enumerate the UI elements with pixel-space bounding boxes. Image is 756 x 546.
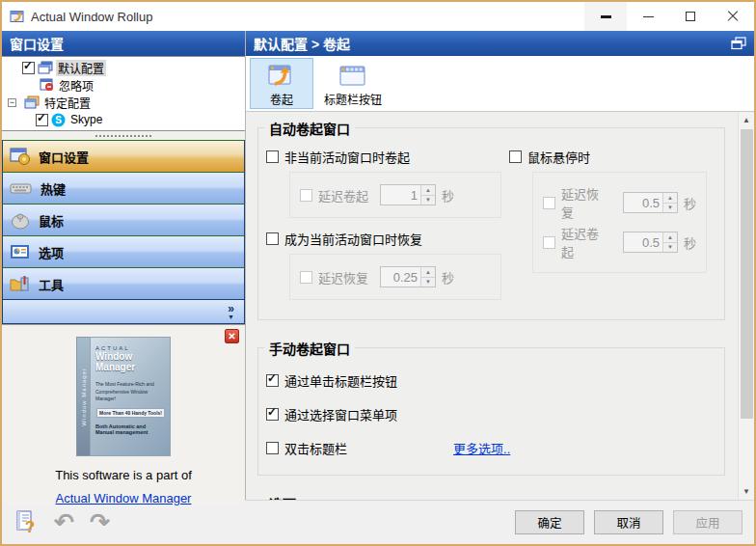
ignore-window-icon bbox=[39, 78, 54, 92]
tab-rollup[interactable]: 卷起 bbox=[250, 58, 313, 109]
spinner-down-button[interactable]: ▼ bbox=[421, 278, 435, 287]
checkbox-by-doubleclick[interactable] bbox=[266, 442, 279, 454]
delay-restore-spinner[interactable]: 0.25 ▲ ▼ bbox=[380, 266, 436, 287]
checkbox-default-config[interactable]: ✓ bbox=[22, 62, 35, 74]
sidebar-item-tools[interactable]: 工具 bbox=[2, 267, 245, 300]
spinner-down-button[interactable]: ▼ bbox=[421, 196, 435, 205]
group-manual-rollup: 手动卷起窗口 ✓ 通过单击标题栏按钮 ✓ 通过选择窗口菜单项 双击标题栏 更多选… bbox=[257, 347, 725, 476]
tree-label[interactable]: 默认配置 bbox=[56, 60, 106, 76]
copy-windows-icon[interactable] bbox=[731, 37, 746, 50]
sidebar-item-label: 鼠标 bbox=[39, 211, 64, 230]
spinner-up-button[interactable]: ▲ bbox=[421, 185, 435, 196]
vertical-scrollbar[interactable]: ▲ ▼ bbox=[738, 112, 754, 500]
right-panel: 默认配置 > 卷起 bbox=[246, 31, 754, 500]
svg-text:?: ? bbox=[25, 518, 35, 535]
svg-text:S: S bbox=[55, 115, 62, 125]
row-by-titlebar-button: ✓ 通过单击标题栏按钮 bbox=[266, 371, 715, 390]
tree-item-default-config[interactable]: ✓ 默认配置 bbox=[8, 59, 245, 76]
actual-window-manager-link[interactable]: Actual Window Manager bbox=[56, 491, 192, 505]
minimize-button[interactable] bbox=[627, 2, 669, 31]
keyboard-icon bbox=[10, 179, 33, 197]
delay-rollup-spinner[interactable]: 1 ▲ ▼ bbox=[380, 184, 436, 205]
category-toolbar: 卷起 标题栏按钮 bbox=[246, 56, 754, 112]
row-rollup-inactive: 非当前活动窗口时卷起 bbox=[266, 148, 509, 166]
sidebar-item-label: 窗口设置 bbox=[39, 148, 89, 166]
group-title: 自动卷起窗口 bbox=[264, 119, 355, 138]
scroll-down-button[interactable]: ▼ bbox=[739, 483, 755, 500]
checkbox-hover-restore[interactable] bbox=[543, 197, 555, 209]
spinner-up-button[interactable]: ▲ bbox=[663, 232, 677, 243]
cancel-button[interactable]: 取消 bbox=[594, 510, 663, 534]
maximize-button[interactable] bbox=[669, 2, 712, 31]
tab-label: 标题栏按钮 bbox=[324, 91, 382, 107]
group-auto-rollup: 自动卷起窗口 非当前活动窗口时卷起 延迟卷起 bbox=[257, 127, 725, 320]
tree-label[interactable]: 忽略项 bbox=[57, 77, 95, 94]
tree-item-exclusions[interactable]: 忽略项 bbox=[8, 76, 245, 94]
configuration-tree: ✓ 默认配置 bbox=[2, 56, 245, 131]
group-title: 选项 bbox=[264, 494, 301, 500]
tab-titlebar-buttons[interactable]: 标题栏按钮 bbox=[317, 58, 389, 109]
close-button[interactable] bbox=[712, 2, 754, 31]
chevron-more-icon: » ▼ bbox=[228, 303, 234, 320]
sidebar-more-button[interactable]: » ▼ bbox=[2, 299, 245, 324]
tree-collapse-toggle[interactable]: − bbox=[8, 98, 16, 107]
skype-icon: S bbox=[51, 113, 66, 127]
sidebar-item-label: 选项 bbox=[39, 243, 64, 261]
row-restore-active: 成为当前活动窗口时恢复 bbox=[266, 230, 509, 248]
scrollbar-thumb[interactable] bbox=[741, 129, 753, 419]
scroll-up-button[interactable]: ▲ bbox=[739, 112, 755, 128]
rollup-titlebar-button[interactable] bbox=[584, 2, 627, 31]
promo-text: This software is a part of bbox=[55, 468, 192, 482]
box-tagline: The Most Feature-Rich and Comprehensive … bbox=[95, 381, 165, 403]
rollup-icon bbox=[267, 62, 296, 91]
checkbox-mouse-hover[interactable] bbox=[509, 150, 522, 163]
redo-icon[interactable]: ↷ bbox=[90, 510, 110, 534]
left-panel-header: 窗口设置 bbox=[2, 31, 245, 56]
checkbox-hover-rollup[interactable] bbox=[543, 236, 555, 249]
mouse-icon bbox=[10, 211, 31, 230]
tree-label[interactable]: Skype bbox=[68, 113, 104, 126]
settings-content: 自动卷起窗口 非当前活动窗口时卷起 延迟卷起 bbox=[246, 112, 754, 500]
window-title: Actual Window Rollup bbox=[31, 10, 584, 24]
hover-rollup-spinner[interactable]: 0.5 ▲ ▼ bbox=[623, 232, 678, 253]
tools-icon bbox=[10, 274, 31, 293]
spinner-down-button[interactable]: ▼ bbox=[663, 204, 677, 213]
checkbox-delay-rollup[interactable] bbox=[300, 189, 312, 202]
box-subline: Both Automatic and Manual management bbox=[95, 423, 165, 435]
help-icon[interactable]: ? bbox=[14, 509, 39, 535]
tree-item-specific-config[interactable]: − 特定配置 bbox=[8, 94, 245, 111]
row-by-window-menu: ✓ 通过选择窗口菜单项 bbox=[266, 405, 715, 423]
window-settings-icon bbox=[10, 147, 31, 166]
tree-label[interactable]: 特定配置 bbox=[42, 95, 93, 111]
spinner-down-button[interactable]: ▼ bbox=[663, 243, 677, 253]
sidebar-item-label: 工具 bbox=[39, 275, 64, 293]
scrollbar-track[interactable] bbox=[739, 128, 755, 483]
footer-bar: ? ↶ ↷ 确定 取消 应用 bbox=[2, 500, 754, 544]
spinner-up-button[interactable]: ▲ bbox=[421, 267, 435, 278]
hover-restore-spinner[interactable]: 0.5 ▲ ▼ bbox=[623, 192, 678, 213]
sidebar-item-options[interactable]: 选项 bbox=[2, 235, 245, 268]
checkbox-delay-restore[interactable] bbox=[300, 271, 312, 284]
tree-item-skype[interactable]: ✓ S Skype bbox=[8, 111, 245, 128]
tab-label: 卷起 bbox=[270, 91, 293, 107]
checkbox-restore-active[interactable] bbox=[266, 232, 279, 245]
checkbox-rollup-inactive[interactable] bbox=[266, 150, 279, 163]
sidebar-item-mouse[interactable]: 鼠标 bbox=[2, 204, 245, 236]
group-title: 手动卷起窗口 bbox=[264, 339, 355, 358]
checkbox-by-window-menu[interactable]: ✓ bbox=[266, 408, 279, 421]
titlebar: Actual Window Rollup bbox=[2, 2, 754, 31]
options-icon bbox=[10, 243, 31, 260]
right-panel-header: 默认配置 > 卷起 bbox=[246, 31, 754, 56]
sidebar-item-hotkeys[interactable]: 热键 bbox=[2, 172, 245, 205]
app-icon bbox=[10, 9, 25, 24]
promo-close-button[interactable]: ✕ bbox=[225, 329, 239, 343]
sidebar-item-window-settings[interactable]: 窗口设置 bbox=[2, 140, 245, 173]
more-options-link[interactable]: 更多选项.. bbox=[453, 439, 510, 457]
checkbox-by-titlebar-button[interactable]: ✓ bbox=[266, 374, 279, 387]
main-area: 窗口设置 ✓ 默认配置 bbox=[2, 31, 754, 500]
apply-button[interactable]: 应用 bbox=[673, 510, 742, 534]
ok-button[interactable]: 确定 bbox=[515, 510, 584, 534]
checkbox-skype[interactable]: ✓ bbox=[36, 114, 48, 126]
spinner-up-button[interactable]: ▲ bbox=[663, 193, 677, 204]
undo-icon[interactable]: ↶ bbox=[54, 510, 74, 534]
